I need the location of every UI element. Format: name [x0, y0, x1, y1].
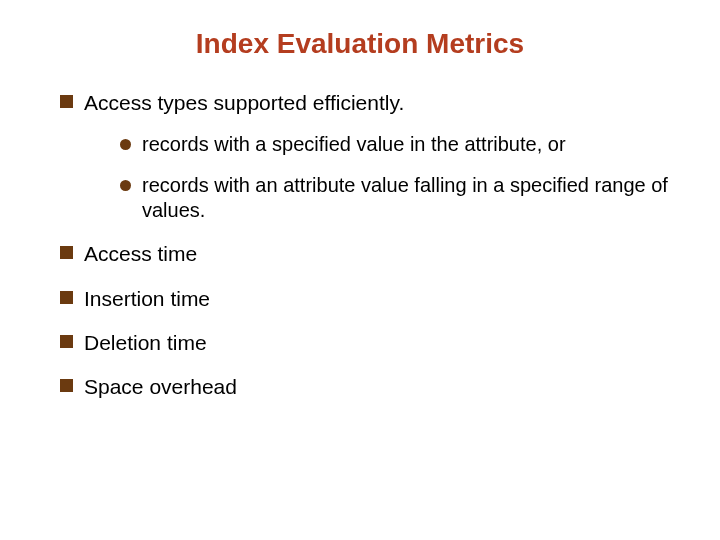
- list-item-text: Access time: [84, 242, 197, 265]
- level2-list: records with a specified value in the at…: [84, 132, 680, 223]
- list-item-text: Access types supported efficiently.: [84, 91, 404, 114]
- list-item: records with an attribute value falling …: [120, 173, 680, 223]
- slide: Index Evaluation Metrics Access types su…: [0, 0, 720, 540]
- list-item-text: Deletion time: [84, 331, 207, 354]
- slide-title: Index Evaluation Metrics: [40, 28, 680, 60]
- level1-list: Access types supported efficiently. reco…: [40, 90, 680, 400]
- list-item: Space overhead: [60, 374, 680, 400]
- list-item-text: Space overhead: [84, 375, 237, 398]
- list-item: records with a specified value in the at…: [120, 132, 680, 157]
- list-item: Insertion time: [60, 286, 680, 312]
- list-item-text: records with an attribute value falling …: [142, 174, 668, 221]
- list-item-text: records with a specified value in the at…: [142, 133, 566, 155]
- list-item: Access time: [60, 241, 680, 267]
- list-item: Deletion time: [60, 330, 680, 356]
- list-item: Access types supported efficiently. reco…: [60, 90, 680, 223]
- list-item-text: Insertion time: [84, 287, 210, 310]
